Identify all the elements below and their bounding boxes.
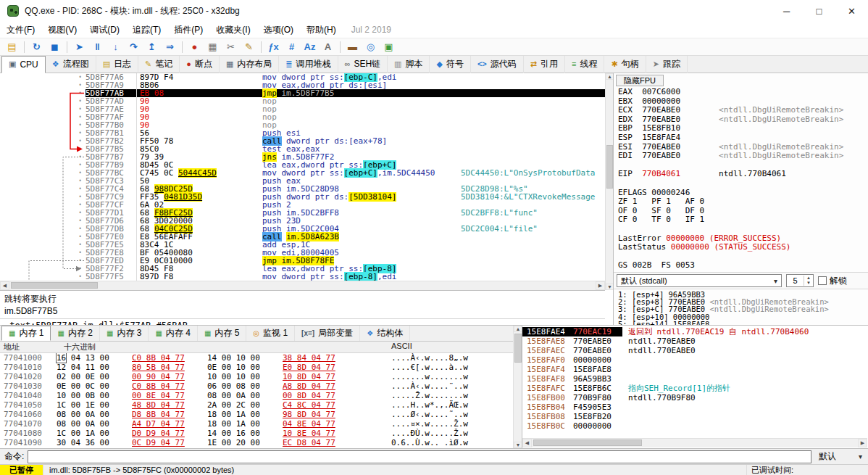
unlock-checkbox-row[interactable]: 解锁 — [818, 275, 847, 287]
dump-address[interactable]: 77041000 — [0, 353, 57, 363]
dump-bytes-group[interactable]: A8 8D 04 77 — [283, 381, 358, 391]
stack-comment[interactable]: ntdll.770B9F80 — [622, 393, 868, 402]
disasm-comment[interactable] — [461, 249, 605, 257]
stack-comment[interactable] — [622, 365, 868, 374]
disasm-comment[interactable] — [461, 265, 605, 273]
dump-ascii[interactable]: 0.6..Ù.w.. .ìØ.w — [358, 438, 468, 447]
stack-address[interactable]: 15E8FAF4 — [522, 365, 573, 374]
stack-row[interactable]: 15E8FAF000000000 — [522, 355, 868, 365]
tab-breakpoints[interactable]: ●断点 — [180, 56, 220, 73]
stack-address[interactable]: 15E8FAE8 — [522, 336, 573, 346]
dump-vertical-scrollbar[interactable]: ▲ ▼ — [513, 326, 522, 448]
menu-item-t[interactable]: 追踪(T) — [126, 22, 167, 38]
tab-log[interactable]: ▤日志 — [96, 56, 138, 73]
disasm-instruction[interactable]: nop — [259, 113, 461, 121]
dump-address[interactable]: 77041010 — [0, 363, 57, 372]
tab-dump-1[interactable]: ▦内存 1 — [1, 326, 51, 341]
dump-bytes-group[interactable]: 80 5B 04 77 — [132, 363, 207, 372]
dump-address[interactable]: 77041040 — [0, 391, 57, 400]
stack-address[interactable]: 15E8FB0C — [522, 421, 573, 431]
dump-row[interactable]: 770410501C 00 1E 0048 8D 04 772A 00 2C 0… — [0, 400, 513, 410]
disasm-comment[interactable] — [461, 161, 605, 169]
stack-comment[interactable]: ntdll.770EABE0 — [622, 346, 868, 355]
dump-bytes-group[interactable]: E0 8D 04 77 — [283, 363, 358, 372]
dump-bytes-group[interactable]: 08 00 0A 00 — [207, 391, 283, 400]
dump-bytes-group[interactable]: 08 00 0A 00 — [57, 419, 132, 429]
disasm-instruction[interactable]: mov dword ptr ss:[ebp-8],edi — [259, 273, 461, 281]
tab-locals[interactable]: [x=]局部变量 — [295, 326, 360, 341]
dump-ascii[interactable]: .....Ž.w.......w — [358, 391, 468, 400]
scroll-track[interactable] — [514, 332, 522, 442]
open-file-button[interactable]: ▤ — [4, 39, 20, 54]
disasm-comment[interactable] — [461, 233, 605, 241]
disasm-comment[interactable] — [461, 241, 605, 249]
search-button[interactable]: ◎ — [362, 39, 379, 54]
dump-ascii[interactable]: ....ÐÙ.w.....Ž.w — [358, 429, 468, 438]
stack-address[interactable]: 15E8FB08 — [522, 412, 573, 421]
stepper-arrows-icon[interactable]: ▲▼ — [804, 276, 813, 286]
scroll-thumb[interactable] — [606, 145, 613, 189]
tab-call-stack[interactable]: ≣调用堆栈 — [279, 56, 338, 73]
step-into-button[interactable]: ↓ — [107, 39, 124, 54]
stack-value[interactable]: 770B9F80 — [573, 393, 622, 402]
stack-row[interactable]: 15E8FB0C00000000 — [522, 421, 868, 431]
dump-bytes-group[interactable]: EC D8 04 77 — [283, 438, 358, 447]
stack-horizontal-scrollbar[interactable]: ◀ ▶ — [522, 438, 867, 447]
stack-value[interactable]: 15E8FB6C — [573, 384, 622, 393]
tab-threads[interactable]: ≡线程 — [565, 56, 604, 73]
dump-address[interactable]: 77041090 — [0, 438, 57, 447]
register-line[interactable]: CF 0 TF 0 IF 1 — [618, 215, 868, 225]
tab-cpu[interactable]: ▣CPU — [1, 56, 46, 73]
case-button[interactable]: Az — [301, 39, 318, 54]
stack-value[interactable]: F45905E3 — [573, 402, 622, 412]
font-button[interactable]: A — [320, 39, 336, 54]
stack-value[interactable]: 00000000 — [573, 355, 622, 365]
disasm-comment[interactable] — [461, 89, 605, 97]
stack-comment[interactable]: ntdll.770EABE0 — [622, 336, 868, 346]
stack-row[interactable]: 15E8FAE8770EABE0ntdll.770EABE0 — [522, 336, 868, 346]
disasm-comment[interactable]: 5DC2BFF8:L"func" — [461, 209, 605, 217]
disasm-bytes[interactable]: 90 — [136, 121, 259, 129]
stack-value[interactable]: 770EABE0 — [573, 346, 622, 355]
dump-bytes-group[interactable]: 10 8E 04 77 — [283, 429, 358, 438]
close-button[interactable]: ✕ — [835, 0, 868, 22]
stack-value[interactable]: 15E8FAE8 — [573, 365, 622, 374]
dump-ascii[interactable]: ....Ø‹.w....˜..w — [358, 410, 468, 419]
dump-bytes-group[interactable]: 0E 00 0C 00 — [57, 381, 132, 391]
dump-bytes-group[interactable]: 1E 00 20 00 — [207, 438, 283, 447]
disasm-instruction[interactable]: nop — [259, 105, 461, 113]
pause-button[interactable]: ‖ — [89, 39, 106, 54]
stack-row[interactable]: 15E8FAFC15E8FB6C指向SEH_Record[1]的指针 — [522, 384, 868, 393]
dump-bytes-group[interactable]: 14 00 16 00 — [207, 429, 283, 438]
stack-value[interactable]: 96A59BB3 — [573, 374, 622, 384]
scroll-thumb[interactable] — [533, 439, 642, 446]
dump-ascii[interactable]: ....À‹.w....8„.w — [358, 353, 468, 363]
disasm-comment[interactable] — [461, 81, 605, 89]
disasm-comment[interactable] — [461, 73, 605, 81]
scroll-left-icon[interactable]: ◀ — [0, 281, 9, 290]
stack-comment[interactable] — [622, 421, 868, 431]
disasm-bytes[interactable]: 90 — [136, 97, 259, 105]
tab-dump-4[interactable]: ▦内存 4 — [149, 326, 197, 341]
dump-bytes-group[interactable]: 00 8D 04 77 — [283, 391, 358, 400]
tab-dump-3[interactable]: ▦内存 3 — [100, 326, 149, 341]
stack-address[interactable]: 15E8FB04 — [522, 402, 573, 412]
disasm-comment[interactable] — [461, 129, 605, 137]
dump-bytes-group[interactable]: D8 8B 04 77 — [132, 410, 207, 419]
stack-value[interactable]: 15E8FB20 — [573, 412, 622, 421]
dump-row[interactable]: 7704104010 00 0B 0000 8E 04 7708 00 0A 0… — [0, 391, 513, 400]
run-to-user-code-button[interactable]: ⇒ — [162, 39, 178, 54]
run-button[interactable]: ➤ — [71, 39, 88, 54]
disasm-address[interactable]: 5D8F77F5 — [85, 273, 136, 281]
disasm-horizontal-scrollbar[interactable]: ◀ ▶ — [0, 281, 605, 290]
stack-row[interactable]: 15E8FAF896A59BB3 — [522, 374, 868, 384]
stack-address[interactable]: 15E8FAF0 — [522, 355, 573, 365]
calling-convention-select[interactable]: 默认 (stdcall) — [617, 274, 782, 287]
stack-row[interactable]: 15E8FB04F45905E3 — [522, 402, 868, 412]
dump-bytes-group[interactable]: 00 8E 04 77 — [132, 391, 207, 400]
disasm-comment[interactable] — [461, 273, 605, 281]
tab-trace[interactable]: ➤跟踪 — [646, 56, 688, 73]
dump-row[interactable]: 7704106008 00 0A 00D8 8B 04 7718 00 1A 0… — [0, 410, 513, 419]
disasm-bytes[interactable]: 90 — [136, 105, 259, 113]
disasm-comment[interactable]: 5DC2C004:L"file" — [461, 225, 605, 233]
